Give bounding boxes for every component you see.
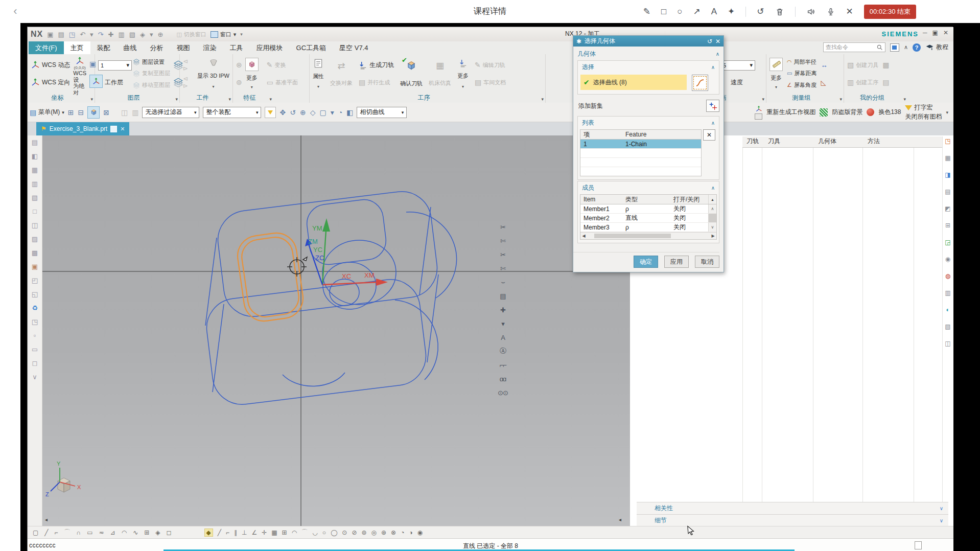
arrow-tool-icon[interactable]: ↗ — [693, 6, 700, 17]
speaker-icon[interactable] — [806, 7, 815, 16]
resource-bar-icon[interactable]: ▩ — [32, 249, 38, 257]
copy-to-layer-button[interactable]: 复制至图层 — [133, 70, 170, 77]
scroll-left-icon[interactable]: ◀ — [580, 234, 587, 238]
selection-scope-select[interactable]: 整个装配▾ — [203, 107, 261, 118]
fullscreen-icon[interactable] — [890, 43, 899, 52]
drawing-tool-icon[interactable]: ▢ — [33, 529, 38, 536]
resource-bar-icon[interactable]: ◨ — [945, 171, 950, 178]
restore-button[interactable]: ▣ — [932, 29, 938, 36]
drawing-tool-icon[interactable]: ⌐ — [55, 529, 58, 536]
member-row[interactable]: Member1ρ关闭 ∧ — [580, 204, 716, 214]
measure-button[interactable] — [769, 58, 783, 71]
snap-funnel-button[interactable] — [265, 107, 276, 118]
view-icon[interactable]: ⊞ — [68, 108, 74, 117]
pencil-tool-icon[interactable]: ✎ — [643, 6, 650, 17]
operation-more-button[interactable]: 更多 — [457, 72, 469, 80]
resource-bar-icon[interactable]: ⊞ — [945, 222, 950, 229]
feature-more-button[interactable]: 更多 — [246, 74, 258, 82]
layer-settings-button[interactable]: 图层设置 — [133, 58, 170, 66]
col-feature[interactable]: Feature — [623, 131, 685, 138]
close-window-button[interactable]: ✕ — [943, 29, 948, 36]
snap-icon[interactable]: ▢ — [319, 108, 326, 117]
scroll-left-icon[interactable]: ◂ — [45, 517, 48, 522]
snap-point-icon[interactable]: ⊗ — [391, 529, 396, 536]
group-dropdown-icon[interactable]: ▾ — [839, 97, 842, 102]
show-3d-ipw-button[interactable]: 显示 3D IPW — [197, 72, 229, 80]
annotation-tool-icon[interactable]: ✚ — [497, 304, 509, 315]
antipiracy-button[interactable]: 防盗版背景 — [832, 108, 862, 117]
add-new-set-button[interactable] — [706, 100, 719, 112]
menu-tab[interactable]: 应用模块 — [250, 41, 290, 54]
rectangle-tool-icon[interactable]: □ — [661, 7, 666, 17]
group-dropdown-icon[interactable]: ▾ — [762, 97, 764, 102]
column-header-method[interactable]: 方法 — [868, 137, 880, 146]
annotation-tool-icon[interactable]: Ⓐ — [497, 346, 509, 357]
member-row[interactable]: Member2直线关闭 — [580, 214, 716, 223]
resource-bar-icon[interactable]: ▦ — [945, 154, 950, 162]
wcs-set-absolute-button[interactable]: WCS 设为绝对 — [73, 70, 86, 96]
snap-icon[interactable]: ◔ — [338, 108, 342, 117]
menu-tab[interactable]: 工具 — [223, 41, 250, 54]
move-to-layer-button[interactable]: 移动至图层 — [133, 81, 170, 89]
dependency-bar[interactable]: 相关性∨ — [637, 502, 948, 514]
angle-ruler-icon[interactable]: ◺ — [821, 79, 827, 86]
annotation-tool-icon[interactable]: ⌣ — [497, 277, 509, 288]
help-icon[interactable]: ? — [913, 43, 921, 52]
snap-point-icon[interactable]: ▦ — [271, 529, 277, 536]
drawing-tool-icon[interactable]: ⊞ — [144, 529, 149, 536]
snap-point-icon[interactable]: ∠ — [251, 529, 257, 536]
resource-bar-icon[interactable]: ▨ — [32, 235, 38, 243]
menu-tab[interactable]: 渲染 — [197, 41, 223, 54]
minimize-ribbon-icon[interactable]: ∧ — [904, 44, 908, 51]
screen-distance-button[interactable]: ▭屏幕距离 — [787, 70, 816, 77]
snap-point-icon[interactable]: ⊙ — [342, 529, 347, 536]
view-icon[interactable]: ⊠ — [103, 108, 109, 117]
snap-point-icon[interactable]: ◯ — [331, 529, 337, 536]
quick-access-icon[interactable]: ▾ — [90, 31, 94, 38]
quick-access-icon[interactable]: ▣ — [47, 31, 53, 38]
resource-bar-icon[interactable]: ▣ — [32, 263, 38, 270]
snap-point-icon[interactable]: ◉ — [417, 529, 423, 536]
group-dropdown-icon[interactable]: ▾ — [903, 97, 906, 102]
menu-tab[interactable]: 星空 V7.4 — [333, 41, 375, 54]
trash-icon[interactable] — [775, 7, 784, 16]
col-member-toggle[interactable]: 打开/关闭 — [671, 195, 708, 204]
drawing-tool-icon[interactable]: ◈ — [155, 529, 160, 536]
ok-button[interactable]: 确定 — [634, 256, 658, 268]
apply-button[interactable]: 应用 — [664, 256, 689, 268]
snap-point-icon[interactable]: ◠ — [292, 529, 297, 536]
col-member-item[interactable]: Item — [580, 196, 623, 203]
csys-origin-button[interactable]: (0,0,0) — [73, 56, 86, 70]
close-all-docs-button[interactable]: 关闭所有图档 — [905, 112, 942, 121]
select-section-header[interactable]: 选择∧ — [578, 61, 719, 73]
resource-bar-icon[interactable]: ▥ — [945, 289, 950, 296]
col-member-type[interactable]: 类型 — [623, 195, 671, 204]
drawing-tool-icon[interactable]: ╱ — [44, 529, 48, 536]
dialog-close-icon[interactable]: ✕ — [715, 38, 720, 45]
graphics-viewport[interactable]: YM ZM YC ZC XC XM — [42, 135, 630, 526]
group-dropdown-icon[interactable]: ▾ — [228, 97, 231, 102]
resource-bar-icon[interactable]: ◳ — [32, 318, 38, 326]
close-tab-icon[interactable]: ✕ — [120, 126, 125, 132]
resource-bar-icon[interactable]: ▤ — [32, 139, 38, 146]
drawing-tool-icon[interactable]: ∿ — [133, 529, 138, 536]
menu-tab[interactable]: 视图 — [170, 41, 197, 54]
toolbar-overflow-icon[interactable]: ▾ — [240, 32, 243, 37]
drawing-tool-icon[interactable]: ∩ — [77, 529, 81, 536]
resource-bar-icon[interactable]: ▧ — [32, 194, 38, 201]
resource-bar-icon[interactable]: ▥ — [32, 180, 38, 188]
quick-access-icon[interactable]: ▤ — [58, 31, 64, 38]
microphone-icon[interactable] — [826, 7, 835, 16]
snap-point-icon[interactable]: ◔ — [401, 529, 404, 536]
annotation-tool-icon[interactable]: ▤ — [497, 290, 509, 302]
column-header-geometry[interactable]: 几何体 — [818, 137, 836, 146]
resource-bar-icon[interactable]: ▦ — [32, 166, 38, 174]
resource-bar-icon[interactable]: ◧ — [32, 152, 38, 160]
scroll-up-icon[interactable]: ∧ — [708, 204, 716, 213]
snap-point-icon[interactable]: ⌐ — [226, 529, 229, 536]
resource-bar-icon[interactable]: ▭ — [32, 346, 38, 353]
drawing-tool-icon[interactable]: ⌒ — [64, 528, 71, 537]
select-curves-row[interactable]: ✔ 选择曲线 (8) — [580, 75, 687, 90]
resource-bar-icon[interactable]: ▧ — [945, 323, 950, 330]
sort-asc-icon[interactable]: ▲ — [708, 195, 716, 204]
